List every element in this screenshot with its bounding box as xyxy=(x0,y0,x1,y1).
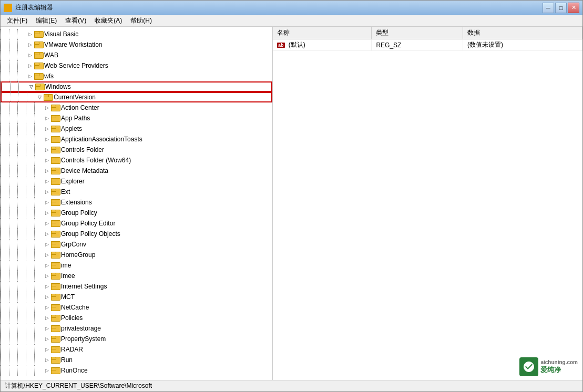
maximize-button[interactable]: □ xyxy=(555,3,567,13)
tree-item-explorer[interactable]: ▷ Explorer xyxy=(1,176,272,187)
expander-property-system[interactable]: ▷ xyxy=(43,335,51,343)
tree-item-app-paths[interactable]: ▷ App Paths xyxy=(1,113,272,123)
menu-edit[interactable]: 编辑(E) xyxy=(32,15,61,26)
table-row[interactable]: ab (默认) REG_SZ (数值未设置) xyxy=(273,39,582,51)
expander-vmware[interactable]: ▷ xyxy=(26,40,34,49)
label-windows: Windows xyxy=(45,83,71,90)
tree-item-controls-folder[interactable]: ▷ Controls Folder xyxy=(1,145,272,155)
label-runonce: RunOnce xyxy=(61,367,88,374)
expander-netcache[interactable]: ▷ xyxy=(43,303,51,312)
tree-item-action-center[interactable]: ▷ Action Center xyxy=(1,102,272,113)
expander-current-version[interactable]: ▽ xyxy=(35,93,44,101)
label-group-policy-objects: Group Policy Objects xyxy=(61,230,120,238)
col-name: 名称 xyxy=(273,27,372,39)
tree-item-vmware[interactable]: ▷ VMware Workstation xyxy=(1,39,272,50)
expander-device-metadata[interactable]: ▷ xyxy=(43,167,51,175)
tree-item-run[interactable]: ▷ Run xyxy=(1,355,272,365)
expander-mct[interactable]: ▷ xyxy=(43,293,51,301)
menu-view[interactable]: 查看(V) xyxy=(61,15,90,26)
expander-windows[interactable]: ▽ xyxy=(27,82,35,91)
tree-item-imee[interactable]: ▷ Imee xyxy=(1,271,272,281)
tree-item-extensions[interactable]: ▷ Extensions xyxy=(1,197,272,208)
folder-icon xyxy=(51,157,59,164)
tree-pane[interactable]: ▷ Visual Basic ▷ VMware Workstation xyxy=(1,27,273,380)
tree-container: ▷ Visual Basic ▷ VMware Workstation xyxy=(1,27,272,378)
expander-ime[interactable]: ▷ xyxy=(43,261,51,270)
expander-grpconv[interactable]: ▷ xyxy=(43,240,51,249)
expander-group-policy-editor[interactable]: ▷ xyxy=(43,219,51,228)
expander-run[interactable]: ▷ xyxy=(43,356,51,364)
tree-item-property-system[interactable]: ▷ PropertySystem xyxy=(1,334,272,344)
title-bar: 注册表编辑器 ─ □ ✕ xyxy=(1,1,582,15)
minimize-button[interactable]: ─ xyxy=(543,3,554,13)
tree-item-device-metadata[interactable]: ▷ Device Metadata xyxy=(1,166,272,176)
tree-item-privatestorage[interactable]: ▷ privatestorage xyxy=(1,323,272,334)
tree-item-group-policy[interactable]: ▷ Group Policy xyxy=(1,208,272,218)
expander-internet-settings[interactable]: ▷ xyxy=(43,282,51,291)
right-pane: 名称 类型 数据 ab (默认) REG_SZ (数值未设置) xyxy=(273,27,582,380)
expander-group-policy[interactable]: ▷ xyxy=(43,209,51,217)
folder-icon xyxy=(51,220,59,227)
tree-item-group-policy-objects[interactable]: ▷ Group Policy Objects xyxy=(1,229,272,239)
tree-item-wfs[interactable]: ▷ wfs xyxy=(1,71,272,81)
expander-action-center[interactable]: ▷ xyxy=(43,104,51,112)
tree-item-group-policy-editor[interactable]: ▷ Group Policy Editor xyxy=(1,218,272,229)
label-app-paths: App Paths xyxy=(61,115,90,122)
expander-imee[interactable]: ▷ xyxy=(43,272,51,280)
expander-policies[interactable]: ▷ xyxy=(43,314,51,322)
label-applets: Applets xyxy=(61,125,82,132)
expander-radar[interactable]: ▷ xyxy=(43,345,51,354)
menu-help[interactable]: 帮助(H) xyxy=(126,15,156,26)
expander-app-association-toasts[interactable]: ▷ xyxy=(43,135,51,143)
expander-wfs[interactable]: ▷ xyxy=(26,72,34,80)
tree-item-visual-basic[interactable]: ▷ Visual Basic xyxy=(1,29,272,39)
expander-group-policy-objects[interactable]: ▷ xyxy=(43,230,51,238)
folder-icon xyxy=(51,136,59,143)
close-button[interactable]: ✕ xyxy=(568,3,579,13)
expander-homegroup[interactable]: ▷ xyxy=(43,251,51,259)
expander-ext[interactable]: ▷ xyxy=(43,188,51,196)
expander-explorer[interactable]: ▷ xyxy=(43,177,51,185)
tree-item-ime[interactable]: ▷ ime xyxy=(1,260,272,271)
folder-icon xyxy=(51,283,59,290)
tree-item-wab[interactable]: ▷ WAB xyxy=(1,50,272,60)
tree-item-netcache[interactable]: ▷ NetCache xyxy=(1,302,272,313)
expander-privatestorage[interactable]: ▷ xyxy=(43,324,51,333)
col-data: 数据 xyxy=(463,27,582,39)
tree-item-policies[interactable]: ▷ Policies xyxy=(1,313,272,323)
tree-item-windows[interactable]: ▽ Windows xyxy=(1,81,272,92)
col-type: 类型 xyxy=(372,27,463,39)
label-privatestorage: privatestorage xyxy=(61,325,101,332)
tree-item-app-association-toasts[interactable]: ▷ ApplicationAssociationToasts xyxy=(1,134,272,145)
tree-item-mct[interactable]: ▷ MCT xyxy=(1,292,272,302)
expander-wab[interactable]: ▷ xyxy=(26,51,34,59)
expander-visual-basic[interactable]: ▷ xyxy=(26,30,34,38)
tree-item-applets[interactable]: ▷ Applets xyxy=(1,123,272,134)
tree-item-radar[interactable]: ▷ RADAR xyxy=(1,344,272,355)
menu-favorites[interactable]: 收藏夹(A) xyxy=(90,15,126,26)
expander-runonce[interactable]: ▷ xyxy=(43,366,51,375)
expander-controls-folder-wow64[interactable]: ▷ xyxy=(43,156,51,164)
tree-item-runonce[interactable]: ▷ RunOnce xyxy=(1,365,272,376)
tree-item-current-version[interactable]: ▽ CurrentVersion xyxy=(1,92,272,102)
menu-file[interactable]: 文件(F) xyxy=(3,15,32,26)
folder-icon-windows xyxy=(35,83,44,90)
expander-controls-folder[interactable]: ▷ xyxy=(43,146,51,154)
label-ext: Ext xyxy=(61,188,70,195)
tree-item-web-service-providers[interactable]: ▷ Web Service Providers xyxy=(1,60,272,71)
label-controls-folder: Controls Folder xyxy=(61,146,104,153)
expander-app-paths[interactable]: ▷ xyxy=(43,114,51,122)
label-current-version: CurrentVersion xyxy=(54,94,96,101)
tree-item-ext[interactable]: ▷ Ext xyxy=(1,187,272,197)
tree-item-controls-folder-wow64[interactable]: ▷ Controls Folder (Wow64) xyxy=(1,155,272,166)
tree-item-internet-settings[interactable]: ▷ Internet Settings xyxy=(1,281,272,292)
expander-applets[interactable]: ▷ xyxy=(43,125,51,133)
expander-extensions[interactable]: ▷ xyxy=(43,198,51,207)
label-mct: MCT xyxy=(61,293,75,301)
watermark: aichuning.com 爱纯净 xyxy=(519,357,578,376)
tree-item-homegroup[interactable]: ▷ HomeGroup xyxy=(1,250,272,260)
expander-web-service-providers[interactable]: ▷ xyxy=(26,61,34,70)
tree-item-grpconv[interactable]: ▷ GrpConv xyxy=(1,239,272,250)
folder-icon xyxy=(51,367,59,374)
folder-icon xyxy=(34,51,43,59)
